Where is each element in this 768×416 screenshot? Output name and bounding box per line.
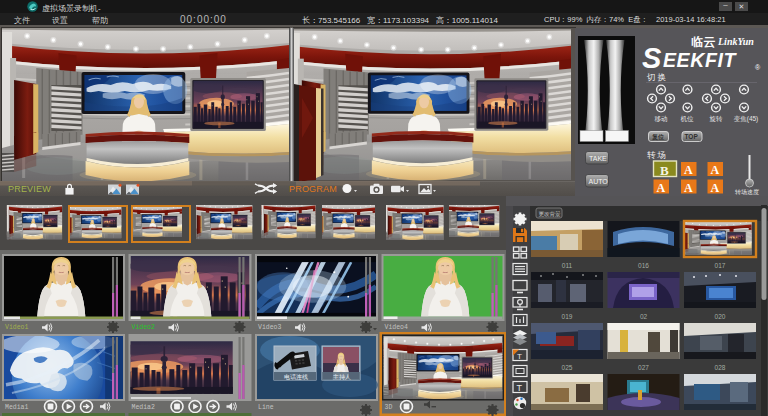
svg-text:A: A [711, 181, 720, 195]
svg-text:机位: 机位 [681, 115, 695, 122]
svg-text:LinkYun: LinkYun [717, 36, 754, 47]
svg-text:EEKFIT: EEKFIT [663, 49, 737, 71]
svg-text:变焦(45): 变焦(45) [734, 115, 759, 123]
svg-text:028: 028 [715, 364, 726, 371]
svg-text:016: 016 [638, 262, 649, 269]
svg-text:转场速度: 转场速度 [735, 188, 759, 196]
svg-text:Video2: Video2 [132, 324, 156, 331]
svg-text:移动: 移动 [655, 115, 668, 123]
svg-text:S: S [642, 42, 662, 74]
svg-text:Video4: Video4 [385, 324, 409, 331]
svg-text:电话连线: 电话连线 [284, 374, 308, 381]
svg-text:Media1: Media1 [5, 404, 29, 411]
svg-text:025: 025 [562, 364, 573, 371]
svg-text:切换: 切换 [646, 72, 668, 82]
svg-text:A: A [657, 181, 666, 195]
svg-text:转场: 转场 [647, 150, 668, 160]
svg-text:B: B [660, 163, 669, 178]
svg-text:019: 019 [562, 313, 573, 320]
svg-text:020: 020 [715, 313, 726, 320]
svg-text:02: 02 [640, 313, 648, 320]
svg-text:T: T [517, 383, 523, 393]
svg-text:Line: Line [258, 404, 274, 411]
svg-text:017: 017 [715, 262, 726, 269]
svg-text:Media2: Media2 [132, 404, 156, 411]
svg-text:®: ® [755, 64, 761, 71]
svg-text:011: 011 [562, 262, 573, 269]
svg-text:更改背景: 更改背景 [539, 211, 562, 217]
svg-text:A: A [684, 163, 693, 177]
svg-text:Video3: Video3 [258, 324, 282, 331]
svg-text:027: 027 [638, 364, 649, 371]
svg-text:T: T [517, 352, 522, 361]
svg-text:TOP: TOP [685, 133, 699, 140]
svg-text:A: A [684, 181, 693, 195]
svg-text:复位: 复位 [651, 134, 665, 141]
svg-text:AUTO: AUTO [589, 178, 609, 185]
svg-text:临云: 临云 [691, 35, 716, 49]
svg-text:A: A [711, 163, 720, 177]
svg-text:主持人: 主持人 [333, 373, 351, 381]
svg-text:TAKE: TAKE [589, 155, 607, 162]
svg-text:3D: 3D [385, 404, 393, 411]
svg-text:Video1: Video1 [5, 324, 29, 331]
svg-text:旋转: 旋转 [710, 115, 724, 123]
